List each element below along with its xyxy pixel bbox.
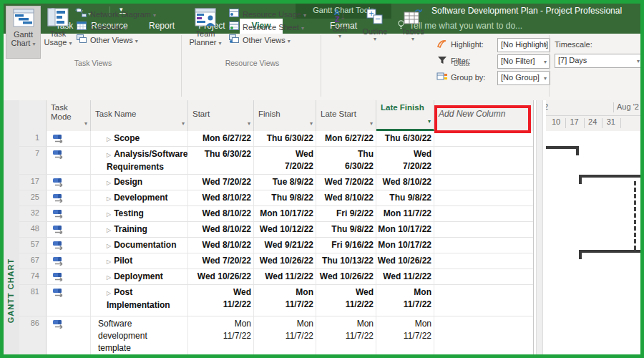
row-id[interactable]: 67 — [19, 253, 47, 268]
expand-triangle-icon[interactable]: ▷ — [107, 136, 111, 142]
resource-other-views-button[interactable]: Other Views ▾ — [229, 34, 291, 47]
add-new-column-cell[interactable] — [434, 238, 533, 253]
expand-triangle-icon[interactable]: ▷ — [107, 211, 111, 218]
resource-sheet-button[interactable]: Resource Sheet ▾ — [229, 21, 304, 34]
task-name-cell[interactable]: ▷Deployment — [91, 269, 188, 284]
row-id[interactable]: 86 — [19, 316, 47, 354]
late-finish-cell[interactable]: Mon 10/17/22 — [376, 222, 434, 237]
start-cell[interactable]: Mon 6/27/22 — [188, 131, 254, 146]
late-finish-cell[interactable]: Thu 6/30/22 — [376, 131, 434, 146]
add-new-column-cell[interactable] — [434, 285, 533, 316]
table-row[interactable]: 32▷TestingWed 8/10/22Mon 10/17/22Fri 9/2… — [19, 206, 533, 222]
row-id[interactable]: 25 — [19, 190, 47, 205]
timescale-dropdown[interactable]: [7] Days▾ — [555, 54, 640, 68]
summary-bar-design[interactable] — [579, 175, 640, 178]
table-row[interactable]: 7▷Analysis/Software RequirementsThu 6/30… — [19, 147, 533, 175]
expand-triangle-icon[interactable]: ▷ — [107, 227, 111, 233]
finish-cell[interactable]: Wed 11/2/22 — [254, 269, 316, 284]
group-by-dropdown[interactable]: [No Group]▾ — [497, 71, 550, 85]
table-row[interactable]: 17▷DesignWed 7/20/22Tue 8/9/22Wed 7/20/2… — [19, 175, 533, 190]
late-finish-cell[interactable]: Mon 11/7/22 — [376, 206, 434, 221]
task-mode-cell[interactable] — [47, 206, 91, 221]
task-name-column-header[interactable]: Task Name▾ — [91, 100, 188, 131]
late-finish-cell[interactable]: Mon 10/17/22 — [376, 238, 434, 253]
task-name-cell[interactable]: ▷Development — [91, 190, 188, 205]
finish-cell[interactable]: Wed 10/26/22 — [254, 253, 316, 268]
task-other-views-button[interactable]: Other Views ▾ — [77, 34, 138, 47]
finish-column-header[interactable]: Finish▾ — [254, 100, 316, 131]
add-new-column-cell[interactable] — [434, 206, 533, 221]
late-start-column-header[interactable]: Late Start▾ — [316, 100, 376, 131]
network-diagram-button[interactable]: Network Diagram ▾ — [77, 8, 156, 21]
gantt-chart-button[interactable]: GanttChart ▾ — [6, 6, 41, 59]
late-start-cell[interactable]: Mon 6/27/22 — [316, 131, 376, 146]
start-cell[interactable]: Mon 11/7/22 — [188, 316, 254, 354]
add-new-column-cell[interactable] — [434, 190, 533, 205]
finish-cell[interactable]: Mon 11/7/22 — [254, 285, 316, 316]
task-name-cell[interactable]: ▷Analysis/Software Requirements — [91, 147, 188, 174]
start-cell[interactable]: Thu 6/30/22 — [188, 147, 254, 174]
late-finish-cell[interactable]: Wed 7/20/22 — [376, 147, 434, 174]
expand-triangle-icon[interactable]: ▷ — [107, 152, 111, 158]
task-mode-cell[interactable] — [47, 269, 91, 284]
start-cell[interactable]: Wed 8/10/22 — [188, 206, 254, 221]
id-column-header[interactable] — [19, 100, 47, 131]
finish-cell[interactable]: Wed 7/20/22 — [254, 147, 316, 174]
task-mode-cell[interactable] — [47, 316, 91, 354]
late-start-cell[interactable]: Fri 9/2/22 — [316, 206, 376, 221]
task-name-cell[interactable]: ▷Testing — [91, 206, 188, 221]
start-cell[interactable]: Wed 10/26/22 — [188, 269, 254, 284]
late-start-cell[interactable]: Wed 8/10/22 — [316, 190, 376, 205]
finish-cell[interactable]: Wed 10/12/22 — [254, 222, 316, 237]
task-mode-cell[interactable] — [47, 238, 91, 253]
task-name-cell[interactable]: Softwaredevelopmenttemplate — [91, 316, 188, 354]
add-new-column-cell[interactable] — [434, 175, 533, 190]
late-finish-cell[interactable]: Mon 11/7/22 — [376, 316, 434, 354]
add-new-column-cell[interactable] — [434, 269, 533, 284]
task-usage-button[interactable]: TaskUsage ▾ — [42, 6, 74, 57]
late-finish-cell[interactable]: Mon 11/7/22 — [376, 285, 434, 316]
row-id[interactable]: 81 — [19, 285, 47, 316]
task-mode-cell[interactable] — [47, 131, 91, 146]
late-start-cell[interactable]: Wed 7/20/22 — [316, 175, 376, 190]
task-name-cell[interactable]: ▷Training — [91, 222, 188, 237]
gantt-chart-area[interactable] — [546, 131, 640, 354]
task-name-cell[interactable]: ▷Post Implementation — [91, 285, 188, 316]
tables-button[interactable]: Tables ▾ — [396, 6, 430, 57]
row-id[interactable]: 74 — [19, 269, 47, 284]
expand-triangle-icon[interactable]: ▷ — [107, 258, 111, 265]
start-cell[interactable]: Wed 11/2/22 — [188, 285, 254, 316]
late-finish-cell[interactable]: Wed 8/10/22 — [376, 175, 434, 190]
task-mode-cell[interactable] — [47, 190, 91, 205]
late-start-cell[interactable]: Fri 9/16/22 — [316, 238, 376, 253]
task-name-cell[interactable]: ▷Pilot — [91, 253, 188, 268]
finish-cell[interactable]: Wed 9/21/22 — [254, 238, 316, 253]
late-start-cell[interactable]: Thu 6/30/22 — [316, 147, 376, 174]
late-start-cell[interactable]: Thu 9/8/22 — [316, 222, 376, 237]
start-cell[interactable]: Wed 8/10/22 — [188, 238, 254, 253]
finish-cell[interactable]: Thu 6/30/22 — [254, 131, 316, 146]
tab-report[interactable]: Report — [141, 19, 182, 34]
calendar-button[interactable]: Calendar ▾ — [77, 21, 127, 34]
task-mode-cell[interactable] — [47, 285, 91, 316]
add-new-column-cell[interactable] — [434, 222, 533, 237]
late-finish-cell[interactable]: Wed 11/2/22 — [376, 269, 434, 284]
finish-cell[interactable]: Mon 10/17/22 — [254, 206, 316, 221]
add-new-column-cell[interactable] — [434, 131, 533, 146]
highlight-dropdown[interactable]: [No Highlight]▾ — [497, 38, 550, 52]
expand-triangle-icon[interactable]: ▷ — [107, 243, 111, 249]
table-row[interactable]: 74▷DeploymentWed 10/26/22Wed 11/2/22Wed … — [19, 269, 533, 285]
task-name-cell[interactable]: ▷Documentation — [91, 238, 188, 253]
row-id[interactable]: 7 — [19, 147, 47, 174]
task-name-cell[interactable]: ▷Design — [91, 175, 188, 190]
start-cell[interactable]: Wed 7/20/22 — [188, 253, 254, 268]
expand-triangle-icon[interactable]: ▷ — [107, 290, 111, 296]
task-name-cell[interactable]: ▷Scope — [91, 131, 188, 146]
finish-cell[interactable]: Tue 8/9/22 — [254, 175, 316, 190]
row-id[interactable]: 1 — [19, 131, 47, 146]
late-start-cell[interactable]: Wed 11/2/22 — [316, 285, 376, 316]
start-column-header[interactable]: Start▾ — [188, 100, 254, 131]
late-start-cell[interactable]: Mon 11/7/22 — [316, 316, 376, 354]
table-row[interactable]: 67▷PilotWed 7/20/22Wed 10/26/22Thu 10/13… — [19, 253, 533, 269]
team-planner-button[interactable]: TeamPlanner ▾ — [186, 6, 225, 57]
